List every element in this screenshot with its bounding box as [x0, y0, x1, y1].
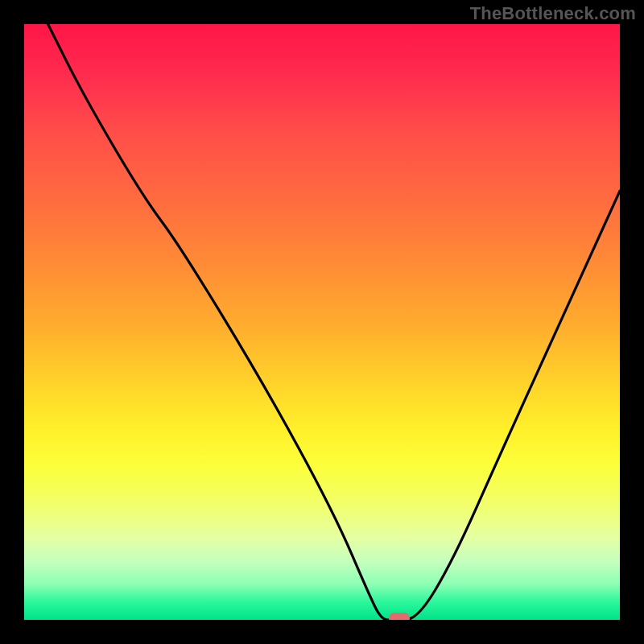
watermark-text: TheBottleneck.com [470, 3, 636, 24]
chart-frame: TheBottleneck.com [0, 0, 644, 644]
min-point-marker [389, 613, 410, 620]
bottleneck-curve [24, 24, 620, 620]
plot-area [24, 24, 620, 620]
